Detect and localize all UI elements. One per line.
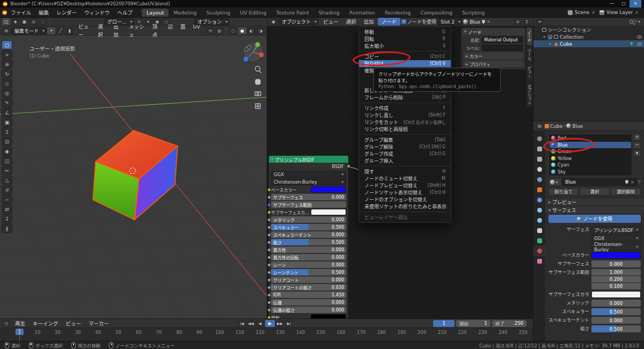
value-slider[interactable]: 異方性0.000 (271, 246, 346, 253)
material-name-field[interactable]: Blue × (562, 178, 637, 186)
value-slider[interactable]: 0.000 (591, 300, 641, 307)
tool-move[interactable]: ⊕ (2, 60, 12, 69)
solid-shading-icon[interactable]: ● (238, 27, 246, 34)
material-selector[interactable]: Blue × (463, 19, 491, 25)
play-reverse-button[interactable]: ◀ (256, 320, 264, 327)
context-menu-item[interactable]: 隠すH (359, 168, 451, 175)
workspace-tab[interactable]: Modeling (169, 9, 201, 17)
options-dropdown[interactable]: オプション (194, 18, 229, 25)
properties-tab-physics[interactable] (534, 216, 545, 225)
unlink-material-icon[interactable]: × (631, 180, 634, 185)
face-select-icon[interactable]: ▮ (65, 27, 74, 34)
workspace-tab[interactable]: Compositing (415, 9, 457, 17)
input-socket[interactable] (267, 218, 271, 222)
workspace-tab[interactable]: Animation (344, 9, 379, 17)
context-menu-item[interactable]: グループ解除[Ctrl] [Alt] G (359, 143, 451, 150)
timeline-menu-item[interactable]: 再生 (11, 319, 29, 328)
show-gizmo-icon[interactable]: ⟲ (206, 27, 214, 34)
context-menu-item[interactable]: グループ挿入 (359, 157, 451, 164)
input-socket[interactable] (267, 301, 271, 304)
vertex-select-icon[interactable]: • (47, 27, 55, 34)
slot-dropdown[interactable]: Slot 2 (437, 18, 462, 25)
current-frame-field[interactable]: 1 (433, 320, 455, 327)
color-swatch[interactable] (591, 291, 641, 298)
tool-measure[interactable]: ∠ (2, 108, 12, 117)
tool-shrink-flatten[interactable]: ↧ (2, 214, 12, 223)
node-label-field[interactable] (482, 45, 523, 51)
material-action-button[interactable]: 割り当て (548, 188, 579, 195)
node-input-row[interactable]: クリアコート0.000 (271, 277, 346, 283)
use-nodes-button[interactable]: ノードを使用 (548, 215, 641, 223)
tool-rip-region[interactable]: ∦ (2, 224, 12, 233)
jump-end-button[interactable]: ▶| (285, 320, 293, 327)
surface-panel-header[interactable]: ▾サーフェス (545, 206, 644, 213)
tool-spin[interactable]: ↺ (2, 185, 12, 194)
editor-type-icon[interactable]: ▤ (536, 122, 544, 129)
value-slider[interactable]: 伝播の粗さ0.000 (271, 307, 346, 313)
fake-user-icon[interactable] (482, 20, 485, 24)
outliner-row[interactable]: シーンコレクション (533, 26, 644, 33)
active-tool-icon[interactable]: ▢ (2, 18, 10, 25)
material-shading-icon[interactable]: ◐ (247, 27, 255, 34)
circle-mode-icon[interactable]: ◎ (30, 18, 38, 25)
workspace-tab[interactable]: Scripting (457, 9, 489, 17)
sidebar-vertical-tab[interactable]: ツール (526, 46, 532, 63)
tweak-mode-icon[interactable]: ◈ (11, 18, 19, 25)
search-icon[interactable] (630, 20, 633, 24)
node-name-field[interactable]: Material Output (482, 37, 523, 43)
input-socket[interactable] (267, 241, 271, 244)
fake-user-icon[interactable] (625, 180, 628, 184)
number-field[interactable]: 0.100 (591, 283, 641, 289)
subsurface-method-dropdown[interactable]: Christensen-Burley▾ (271, 179, 346, 185)
topbar-menu-item[interactable]: ファイル (7, 8, 35, 17)
properties-tab-particles[interactable] (534, 206, 545, 215)
collapsed-panel-header[interactable]: ▸プロパティ (464, 61, 523, 67)
properties-tab-scene[interactable] (534, 165, 545, 174)
context-menu-item[interactable]: 移動G (359, 28, 451, 35)
value-slider[interactable]: 0.000 (591, 260, 641, 267)
material-slot-blue[interactable]: Blue (550, 142, 631, 149)
outliner-row[interactable]: ▾Cube (533, 40, 644, 47)
workspace-tab[interactable]: Texture Paint (272, 9, 314, 17)
workspace-tab[interactable]: Rendering (380, 9, 416, 17)
editor-type-icon[interactable]: ⊞ (2, 27, 10, 34)
overlays-icon[interactable]: ◍ (215, 27, 223, 34)
parent-node-tree-icon[interactable]: ↥ (523, 18, 531, 25)
frame-start-field[interactable]: 開始 1 (456, 320, 491, 327)
properties-tab-data[interactable] (534, 236, 545, 245)
preview-panel-header[interactable]: ▸プレビュー (545, 198, 644, 205)
node-panel-header[interactable]: ▾ノード (462, 28, 525, 35)
value-slider[interactable]: 粗さ0.500 (271, 239, 346, 245)
material-slot-sky[interactable]: Sky (550, 169, 631, 176)
properties-tab-world[interactable] (534, 175, 545, 184)
value-slider[interactable]: メタリック0.000 (271, 216, 346, 223)
node-input-row[interactable]: 放射 (271, 314, 346, 318)
topbar-menu-item[interactable]: 編集 (35, 8, 53, 17)
context-menu-item[interactable]: 未使用ソケットの折りたたみと非表示 (359, 203, 451, 210)
node-input-row[interactable]: 伝播の粗さ0.000 (271, 307, 346, 313)
tool-add-cube[interactable]: ▣ (2, 118, 12, 127)
minimize-button[interactable]: — (606, 0, 618, 8)
tool-smooth[interactable]: ∽ (2, 195, 12, 204)
value-slider[interactable]: 伝播0.000 (271, 299, 346, 306)
editor-type-icon[interactable]: ◷ (2, 320, 10, 327)
input-socket[interactable] (267, 256, 271, 259)
number-field[interactable]: 1.000 (591, 269, 641, 275)
context-menu-item[interactable]: リンク作成F (359, 105, 451, 112)
context-menu-item[interactable]: フレームから削除[Alt] P (359, 94, 451, 101)
input-socket[interactable] (267, 293, 271, 297)
input-socket[interactable] (267, 203, 271, 207)
edge-select-icon[interactable]: ╱ (56, 27, 64, 34)
context-menu-item[interactable]: グループ編集[Tab] (359, 136, 451, 143)
color-swatch[interactable] (311, 314, 346, 318)
tool-knife[interactable]: ✂ (2, 166, 12, 175)
sidebar-vertical-tab[interactable]: ビュー (526, 63, 532, 81)
value-slider[interactable]: IOR1.450 (271, 292, 346, 298)
tool-transform[interactable]: ◎ (2, 89, 12, 98)
distribution-dropdown[interactable]: GGX▾ (271, 171, 346, 178)
tool-bevel[interactable]: ◆ (2, 147, 12, 156)
property-dropdown[interactable]: プリンシプルBSDF▾ (591, 226, 641, 233)
value-slider[interactable]: 異方性の回転0.000 (271, 254, 346, 260)
context-menu-item[interactable]: 拡大縮小S (359, 42, 451, 49)
sidebar-vertical-tab[interactable]: オプション (526, 82, 532, 107)
